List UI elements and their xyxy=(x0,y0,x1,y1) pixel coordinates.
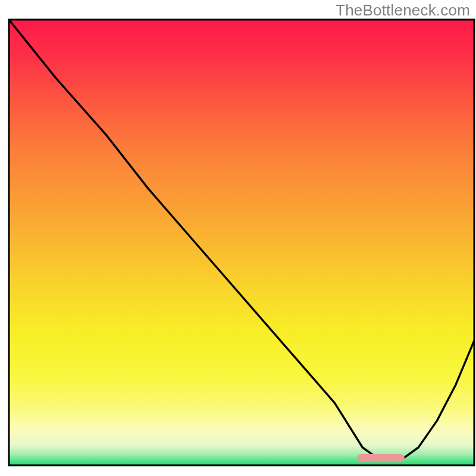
chart-canvas: TheBottleneck.com xyxy=(0,0,476,476)
gradient-background xyxy=(9,20,474,465)
chart-svg xyxy=(0,0,476,476)
watermark-text: TheBottleneck.com xyxy=(336,2,470,18)
optimal-range-marker xyxy=(357,454,405,462)
